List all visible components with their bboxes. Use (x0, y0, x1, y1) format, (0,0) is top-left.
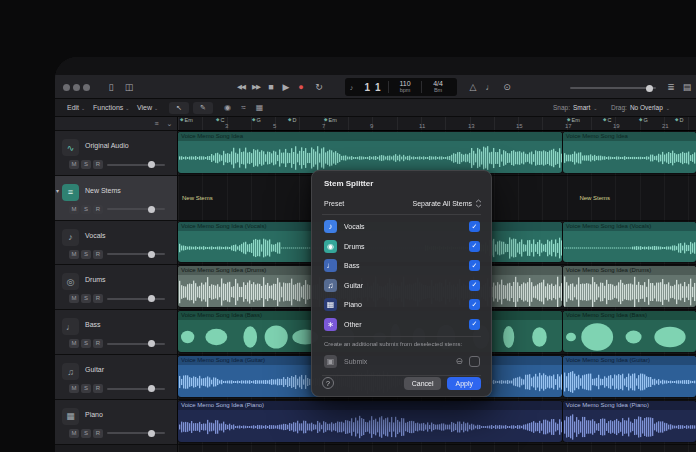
audio-region[interactable]: Voice Memo Song Idea (178, 132, 562, 173)
volume-knob[interactable] (148, 251, 155, 258)
track-header-guitar[interactable]: ♫ Guitar M S R (55, 355, 177, 400)
rewind-button[interactable]: ◀◀ (233, 79, 249, 95)
mute-button[interactable]: M (69, 205, 79, 214)
inspector-toggle-icon[interactable]: ◫ (121, 79, 137, 95)
chord-marker[interactable]: ◆D (288, 117, 296, 123)
audio-region[interactable]: Voice Memo Song Idea (Piano) (563, 401, 696, 442)
solo-button[interactable]: S (81, 384, 91, 393)
edit-menu[interactable]: Edit ⌄ (67, 102, 85, 114)
stem-row-bass[interactable]: ♩ Bass ✓ (324, 256, 480, 276)
solo-button[interactable]: S (81, 250, 91, 259)
solo-button[interactable]: S (81, 205, 91, 214)
master-volume-knob[interactable] (646, 85, 653, 92)
list-editors-icon[interactable]: ≣ (663, 79, 679, 95)
browsers-icon[interactable]: ▤ (679, 79, 695, 95)
record-enable-button[interactable]: R (93, 294, 103, 303)
guitar-checkbox[interactable]: ✓ (469, 280, 480, 291)
record-enable-button[interactable]: R (93, 205, 103, 214)
track-header-vocals[interactable]: ♪ Vocals M S R (55, 221, 177, 266)
bar-ruler[interactable]: 3 5 7 9 11 13 15 17 19 21 ◆Em ◆C ◆G ◆D ◆… (178, 117, 696, 131)
volume-slider[interactable] (107, 298, 165, 300)
disclosure-triangle-icon[interactable]: ▾ (56, 187, 59, 194)
mute-button[interactable]: M (69, 384, 79, 393)
chord-marker[interactable]: ◆C (603, 117, 611, 123)
forward-button[interactable]: ▶▶ (248, 79, 264, 95)
audio-region[interactable]: Voice Memo Song Idea (Bass) (563, 311, 696, 352)
volume-slider[interactable] (107, 164, 165, 166)
volume-slider[interactable] (107, 432, 165, 434)
solo-button[interactable]: S (81, 339, 91, 348)
stem-row-piano[interactable]: ▦ Piano ✓ (324, 295, 480, 315)
track-header-piano[interactable]: ▦ Piano M S R (55, 400, 177, 445)
audio-region[interactable]: Voice Memo Song Idea (Vocals) (563, 222, 696, 263)
functions-menu[interactable]: Functions ⌄ (93, 102, 130, 114)
stack-region-label[interactable]: New Stems (182, 195, 213, 201)
stem-row-drums[interactable]: ◉ Drums ✓ (324, 237, 480, 257)
stem-row-vocals[interactable]: ♪ Vocals ✓ (324, 217, 480, 237)
audio-region[interactable]: Voice Memo Song Idea (Drums) (563, 266, 696, 307)
mute-button[interactable]: M (69, 294, 79, 303)
chord-marker[interactable]: ◆G (639, 117, 648, 123)
close-window-icon[interactable] (63, 84, 70, 91)
chord-marker[interactable]: ◆D (675, 117, 683, 123)
record-button[interactable]: ● (293, 79, 309, 95)
piano-checkbox[interactable]: ✓ (469, 299, 480, 310)
volume-knob[interactable] (148, 385, 155, 392)
volume-slider[interactable] (107, 343, 165, 345)
stack-region-label[interactable]: New Stems (579, 195, 610, 201)
audio-region[interactable]: Voice Memo Song Idea (Piano) (178, 401, 562, 442)
cancel-button[interactable]: Cancel (404, 377, 442, 390)
submix-checkbox[interactable] (469, 356, 480, 367)
record-enable-button[interactable]: R (93, 339, 103, 348)
automation-toggle-icon[interactable]: ◉ (221, 102, 234, 114)
volume-knob[interactable] (148, 295, 155, 302)
snap-menu[interactable]: Snap: Smart ⌄ (553, 102, 598, 114)
solo-button[interactable]: S (81, 160, 91, 169)
chord-marker[interactable]: ◆G (252, 117, 261, 123)
stem-row-guitar[interactable]: ♫ Guitar ✓ (324, 276, 480, 296)
record-enable-button[interactable]: R (93, 160, 103, 169)
mute-button[interactable]: M (69, 160, 79, 169)
library-toggle-icon[interactable]: ▯ (103, 79, 119, 95)
audio-region[interactable]: Voice Memo Song Idea (Guitar) (563, 356, 696, 397)
master-volume-slider[interactable] (570, 87, 656, 89)
other-checkbox[interactable]: ✓ (469, 319, 480, 330)
volume-knob[interactable] (148, 161, 155, 168)
chord-marker[interactable]: ◆Em (180, 117, 193, 123)
record-enable-button[interactable]: R (93, 250, 103, 259)
tuner-icon[interactable]: ⊙ (499, 79, 515, 95)
track-header-drums[interactable]: ◎ Drums M S R (55, 265, 177, 310)
track-header-original-audio[interactable]: ∿ Original Audio M S R (55, 131, 177, 176)
track-options-icon[interactable]: ⌄ (164, 119, 175, 129)
play-button[interactable]: ▶ (278, 79, 294, 95)
solo-button[interactable]: S (81, 294, 91, 303)
chord-marker[interactable]: ◆Em (567, 117, 580, 123)
grid-toggle-icon[interactable]: ▦ (253, 102, 266, 114)
global-tracks-toggle-icon[interactable]: ≡ (151, 119, 162, 129)
minimize-window-icon[interactable] (73, 84, 80, 91)
volume-slider[interactable] (107, 208, 165, 210)
pointer-tool-button[interactable]: ↖ (169, 102, 189, 114)
vocals-checkbox[interactable]: ✓ (469, 221, 480, 232)
flex-toggle-icon[interactable]: ≈ (237, 102, 250, 114)
remove-submix-icon[interactable]: ⊖ (455, 357, 463, 366)
tempo-display[interactable]: 110 bpm (389, 80, 421, 93)
mute-button[interactable]: M (69, 250, 79, 259)
volume-slider[interactable] (107, 253, 165, 255)
stop-button[interactable]: ■ (263, 79, 279, 95)
drag-menu[interactable]: Drag: No Overlap ⌄ (611, 102, 670, 114)
volume-knob[interactable] (148, 206, 155, 213)
pencil-tool-button[interactable]: ✎ (193, 102, 213, 114)
bass-checkbox[interactable]: ✓ (469, 260, 480, 271)
apply-button[interactable]: Apply (447, 377, 481, 390)
lcd-display[interactable]: ♪ 1 1 110 bpm 4/4 Bm (345, 78, 457, 96)
mute-button[interactable]: M (69, 339, 79, 348)
record-enable-button[interactable]: R (93, 429, 103, 438)
help-button[interactable]: ? (322, 377, 334, 389)
chord-marker[interactable]: ◆Em (324, 117, 337, 123)
cycle-button[interactable]: ↻ (311, 79, 327, 95)
time-signature-display[interactable]: 4/4 Bm (422, 80, 454, 93)
record-enable-button[interactable]: R (93, 384, 103, 393)
count-in-icon[interactable]: ♩ (482, 79, 498, 95)
drums-checkbox[interactable]: ✓ (469, 241, 480, 252)
